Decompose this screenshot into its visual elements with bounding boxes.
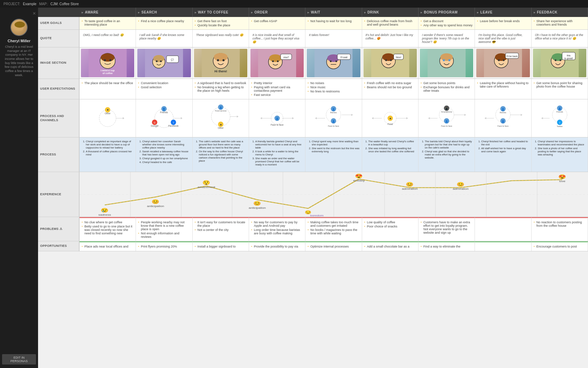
opp-cell-3[interactable]: Provide the possibility to pay via [249,241,305,251]
prob-cell-6[interactable]: Customers have to make an extra effort t… [419,217,475,241]
svg-point-24 [277,61,279,62]
exp-cell-0[interactable]: The place should be near the office [80,79,136,99]
stage-header-aware[interactable]: AWARE [80,8,136,17]
image-cell-2[interactable]: Hi there! [193,47,249,79]
channel-cell-6[interactable]: 📱 Smartphone 👤 Face to face [419,99,475,137]
prob-cell-3[interactable]: No way for customers to pay by Apple and… [249,217,305,241]
problems-row: PROBLEMS ⚠ No clue where to get coffeeBe… [38,217,588,241]
process-cell-3[interactable]: A friendly barista greeted Cheryl and we… [249,137,305,172]
channel-cell-1[interactable]: 👤 Friends G Google f Facebook [136,99,192,137]
quote-cell-7[interactable]: I'm loving this place. Good coffee, nice… [475,30,531,47]
stage-header-way[interactable]: WAY TO COFFEE [193,8,249,17]
comic-panel-0: I need a cup of coffee [81,49,134,77]
process-cell-7[interactable]: Cheryl finished her coffee and headed to… [475,137,531,172]
avatar [10,19,28,36]
quote-cell-1[interactable]: I will ask Sarah if she knows some place… [136,30,192,47]
image-cell-6[interactable] [419,47,475,79]
process-cell-8[interactable]: Cheryl shared her impressions to teammat… [532,137,588,172]
prob-cell-4[interactable]: Making coffee takes too much time and cu… [305,217,362,241]
exp-cell-7[interactable]: Leaving the place without having to take… [475,79,531,99]
goals-cell-2[interactable]: Get there fast on footQuickly locate the… [193,17,249,29]
channel-cell-8[interactable]: 👤 Friends t Twitter [532,99,588,137]
channel-cell-4[interactable]: 👤 Barista 👤 Face to face [305,99,362,137]
exp-cell-5[interactable]: Fresh coffee with no extra sugarBeams sh… [362,79,419,99]
prob-cell-1[interactable]: People working nearby may not know that … [136,217,192,241]
opp-cell-0[interactable]: Place ads near local offices and [80,241,136,251]
opp-cell-2[interactable]: Install a bigger signboard to [193,241,249,251]
image-cell-8[interactable]: this is great! [532,47,588,79]
process-label: PROCESS [38,137,80,172]
opp-cell-8[interactable]: Encourage customers to post [532,241,588,251]
image-cell-1[interactable]: 💬 [136,47,192,79]
project-label: PROJECT: [3,2,20,6]
goals-cell-6[interactable]: Get a discountAny other way to spend les… [419,17,475,29]
exp-cell-3[interactable]: Pretty interiorPaying with smart card vi… [249,79,305,99]
process-cell-2[interactable]: The cafe's website said the cafe was a g… [193,137,249,172]
goals-cell-3[interactable]: Get coffee ASAP [249,17,305,29]
close-icon[interactable]: ✕ [33,11,36,16]
stage-header-order[interactable]: ORDER [249,8,305,17]
exp-cell-2[interactable]: A signboard that is hard to overlookNo b… [193,79,249,99]
quote-cell-4[interactable]: It takes forever! [305,30,362,47]
channel-cell-7[interactable]: 👤 Barista 👤 Face to face [475,99,531,137]
image-cell-4[interactable]: I'll wait [305,47,362,79]
svg-text:of coffee: of coffee [103,72,113,74]
opp-cell-1[interactable]: Print flyers promising 20% [136,241,192,251]
goals-cell-7[interactable]: Leave before her break ends [475,17,531,29]
expectations-label: USER EXPECTATIONS [38,79,80,99]
stage-header-drink[interactable]: DRINK [362,8,419,17]
edit-persona-button[interactable]: EDIT IN PERSONAS [2,354,36,365]
opp-cell-5[interactable]: Add a small chocolate bar as a [362,241,419,251]
process-cell-5[interactable]: The waiter finally served Cheryl's coffe… [362,137,419,172]
goals-cell-1[interactable]: Find a nice coffee place nearby [136,17,192,29]
quote-cell-2[interactable]: These signboard was really cute! 😊 [193,30,249,47]
process-cell-6[interactable]: The barista told Cheryl about their loya… [419,137,475,172]
prob-cell-5[interactable]: Low quality of coffeePoor choice of snac… [362,217,419,241]
image-cell-0[interactable]: I need a cup of coffee [80,47,136,79]
goals-cell-5[interactable]: Delicious coffee made from fresh and wel… [362,17,419,29]
quote-cell-8[interactable]: Oh I have to tell the other guys at the … [532,30,588,47]
process-cell-1[interactable]: Cheryl asked her coworker Sarah whether … [136,137,192,172]
quote-cell-5[interactable]: It's hot and delish! Just how I like my … [362,30,419,47]
svg-text:😊: 😊 [151,199,159,205]
svg-text:sadness: sadness [99,213,111,216]
svg-text:ecstasy: ecstasy [353,179,365,182]
exp-cell-6[interactable]: Get some bonus pointsExchange bonuses fo… [419,79,475,99]
goals-cell-4[interactable]: Not having to wait for too long [305,17,362,29]
prob-cell-8[interactable]: No reaction to customers posting from th… [532,217,588,241]
quote-cell-0[interactable]: OMG, I need coffee so bad! 😢 [80,30,136,47]
opp-cell-7[interactable] [475,241,531,251]
process-cell-4[interactable]: Cheryl spent way more time waiting than … [305,137,362,172]
opp-cell-6[interactable]: Find a way to eliminate the [419,241,475,251]
process-cell-0[interactable]: Cheryl completed an important stage of h… [80,137,136,172]
exp-cell-8[interactable]: Get some bonus point for sharing photo f… [532,79,588,99]
content-area[interactable]: AWARE SEARCH WAY TO COFFEE ORDER WAIT DR… [38,8,588,368]
image-cell-5[interactable]: Nice! [362,47,419,79]
channel-cell-5[interactable]: ★ Food [362,99,419,137]
prob-cell-2[interactable]: It isn't easy for customers to locate th… [193,217,249,241]
channel-cell-3[interactable]: 👤 Face to face [249,99,305,137]
goals-cell-8[interactable]: Share her experience with coworkers and … [532,17,588,29]
stage-header-feedback[interactable]: FEEDBACK [532,8,588,17]
quote-cell-3[interactable]: It is nice inside and that smell of coff… [249,30,305,47]
comic-panel-3: visa? [250,49,304,77]
stage-header-search[interactable]: SEARCH [136,8,192,17]
stage-header-bonus[interactable]: BONUS PROGRAM [419,8,475,17]
svg-point-2 [101,53,114,62]
channel-cell-0[interactable]: ★ Other [80,99,136,137]
opp-cell-4[interactable]: Optimize internal processes [305,241,362,251]
prob-cell-7[interactable] [475,217,531,241]
goals-cell-0[interactable]: To taste good coffee in an interesting p… [80,17,136,29]
prob-cell-0[interactable]: No clue where to get coffeeBetty used to… [80,217,136,241]
channel-cell-2[interactable]: 👤 Food service ★ Other [193,99,249,137]
quote-cell-6[interactable]: I wonder if there's some reward program … [419,30,475,47]
exp-cell-4[interactable]: No noisesNice musicNo lines to restrooms [305,79,362,99]
exp-cell-1[interactable]: Convenient locationGood selection [136,79,192,99]
svg-text:Facebook: Facebook [168,125,179,127]
svg-marker-107 [351,114,353,116]
image-cell-7[interactable]: I'll be back [475,47,531,79]
stage-header-leave[interactable]: LEAVE [475,8,531,17]
stage-header-wait[interactable]: WAIT [305,8,362,17]
svg-text:Other: Other [218,127,224,129]
image-cell-3[interactable]: visa? [249,47,305,79]
